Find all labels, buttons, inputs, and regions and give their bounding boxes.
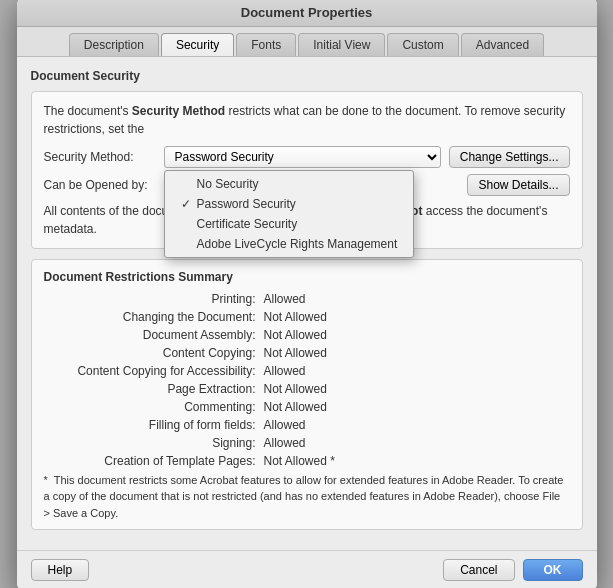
content-area: Document Security The document's Securit… (17, 57, 597, 551)
security-method-label: Security Method: (44, 150, 164, 164)
security-info-text: The document's Security Method restricts… (44, 102, 570, 138)
restrictions-box: Document Restrictions Summary Printing:A… (31, 259, 583, 531)
restrictions-title: Document Restrictions Summary (44, 270, 570, 284)
dropdown-livecycle[interactable]: Adobe LiveCycle Rights Management (165, 234, 414, 254)
dropdown-password-security[interactable]: ✓ Password Security (165, 194, 414, 214)
document-security-box: The document's Security Method restricts… (31, 91, 583, 249)
restrictions-footnote: * This document restricts some Acrobat f… (44, 472, 570, 522)
dropdown-certificate-security[interactable]: Certificate Security (165, 214, 414, 234)
cancel-button[interactable]: Cancel (443, 559, 514, 581)
ok-button[interactable]: OK (523, 559, 583, 581)
restriction-row: Document Assembly:Not Allowed (44, 328, 570, 342)
restriction-row: Printing:Allowed (44, 292, 570, 306)
show-details-button[interactable]: Show Details... (467, 174, 569, 196)
right-buttons: Cancel OK (443, 559, 582, 581)
dialog-document-properties: Document Properties Description Security… (17, 0, 597, 588)
restriction-row: Filling of form fields:Allowed (44, 418, 570, 432)
restriction-row: Page Extraction:Not Allowed (44, 382, 570, 396)
security-method-dropdown: No Security ✓ Password Security Certific… (164, 170, 415, 258)
tab-custom[interactable]: Custom (387, 33, 458, 56)
tab-advanced[interactable]: Advanced (461, 33, 544, 56)
tab-description[interactable]: Description (69, 33, 159, 56)
tab-initial-view[interactable]: Initial View (298, 33, 385, 56)
restriction-row: Creation of Template Pages:Not Allowed * (44, 454, 570, 468)
restriction-row: Changing the Document:Not Allowed (44, 310, 570, 324)
change-settings-button[interactable]: Change Settings... (449, 146, 570, 168)
bottom-bar: Help Cancel OK (17, 550, 597, 588)
restriction-row: Content Copying for Accessibility:Allowe… (44, 364, 570, 378)
restrictions-table: Printing:AllowedChanging the Document:No… (44, 292, 570, 468)
title-bar: Document Properties (17, 0, 597, 27)
security-method-select[interactable]: Password Security (164, 146, 441, 168)
security-method-row: Security Method: Password Security Chang… (44, 146, 570, 168)
dropdown-no-security[interactable]: No Security (165, 174, 414, 194)
tab-fonts[interactable]: Fonts (236, 33, 296, 56)
help-button[interactable]: Help (31, 559, 90, 581)
restriction-row: Signing:Allowed (44, 436, 570, 450)
can-be-opened-by-label: Can be Opened by: (44, 178, 164, 192)
tab-security[interactable]: Security (161, 33, 234, 56)
tabs-bar: Description Security Fonts Initial View … (17, 27, 597, 57)
restriction-row: Content Copying:Not Allowed (44, 346, 570, 360)
document-security-title: Document Security (31, 69, 583, 83)
restriction-row: Commenting:Not Allowed (44, 400, 570, 414)
dialog-title: Document Properties (241, 5, 372, 20)
